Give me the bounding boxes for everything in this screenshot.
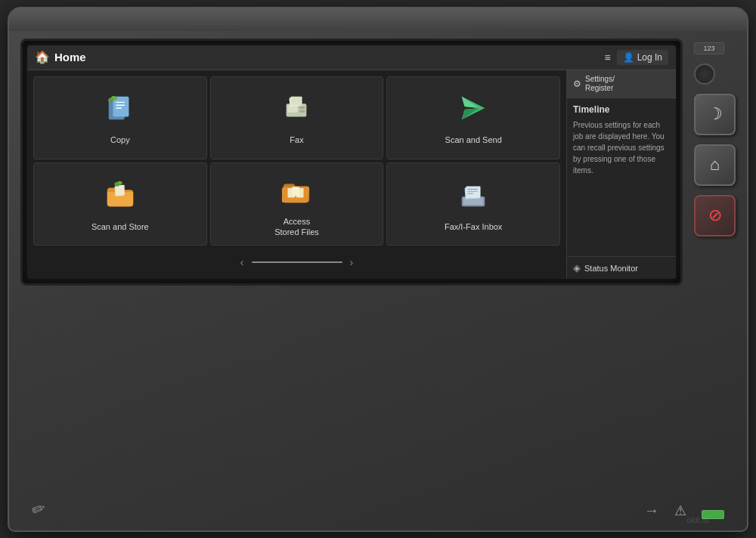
printer-body: 🏠 Home ≡ 👤 Log In <box>8 7 748 532</box>
home-title: Home <box>54 51 86 63</box>
grid-item-copy[interactable]: Copy <box>33 76 207 159</box>
nav-prev-arrow[interactable]: ‹ <box>240 256 244 268</box>
main-area: 🏠 Home ≡ 👤 Log In <box>9 31 747 294</box>
top-strip <box>9 8 747 31</box>
copy-icon <box>104 92 136 128</box>
timeline-title: Timeline <box>573 104 670 115</box>
screen-header: 🏠 Home ≡ 👤 Log In <box>27 45 676 70</box>
icon-grid: Copy <box>33 76 560 246</box>
status-monitor-button[interactable]: ◈ Status Monitor <box>567 256 676 279</box>
fax-label: Fax <box>290 134 303 145</box>
fax-icon <box>280 92 312 128</box>
svg-rect-14 <box>116 184 124 194</box>
stop-icon: ⊘ <box>708 206 722 225</box>
screen-content: Copy <box>27 70 676 280</box>
screen-sidebar: ⚙ Settings/Register Timeline Previous se… <box>566 70 676 280</box>
grid-item-fax[interactable]: Fax <box>210 76 384 159</box>
keypad-indicator: 123 <box>694 42 724 54</box>
svg-rect-9 <box>291 97 302 105</box>
main-grid-area: Copy <box>27 70 566 280</box>
settings-label: Settings/Register <box>585 75 615 93</box>
screen: 🏠 Home ≡ 👤 Log In <box>27 45 676 280</box>
bottom-arrow-icon: → <box>644 502 659 519</box>
login-icon: 👤 <box>623 52 634 63</box>
grid-item-fax-inbox[interactable]: Fax/I-Fax Inbox <box>386 162 560 246</box>
stop-button[interactable]: ⊘ <box>694 195 736 237</box>
svg-rect-19 <box>293 187 300 196</box>
fax-inbox-label: Fax/I-Fax Inbox <box>445 221 502 232</box>
bottom-area: ✏ → ⚠ <box>9 499 747 519</box>
nav-indicator <box>252 261 342 263</box>
pencil-icon: ✏ <box>29 497 48 521</box>
copy-label: Copy <box>110 134 130 145</box>
svg-rect-23 <box>466 186 481 197</box>
scan-store-label: Scan and Store <box>91 221 149 232</box>
login-section[interactable]: 👤 Log In <box>617 50 668 65</box>
grid-item-scan-store[interactable]: Scan and Store <box>33 162 207 246</box>
fax-inbox-icon <box>457 179 489 215</box>
nav-bar: ‹ › <box>33 252 560 273</box>
grid-item-access-stored[interactable]: Access Stored Files <box>210 162 384 246</box>
home-hw-icon: ⌂ <box>710 155 720 175</box>
timeline-text: Previous settings for each job are displ… <box>573 119 670 176</box>
settings-register-button[interactable]: ⚙ Settings/Register <box>567 70 676 98</box>
round-knob[interactable] <box>694 63 715 85</box>
home-button[interactable]: ⌂ <box>694 144 736 186</box>
access-stored-label: Access Stored Files <box>274 216 319 238</box>
sleep-button[interactable]: ☽ <box>694 94 736 135</box>
settings-gear-icon: ⚙ <box>573 79 581 89</box>
scan-send-label: Scan and Send <box>445 134 502 145</box>
svg-rect-6 <box>299 107 305 109</box>
nav-next-arrow[interactable]: › <box>350 256 354 268</box>
timeline-section: Timeline Previous settings for each job … <box>567 98 676 257</box>
screen-container: 🏠 Home ≡ 👤 Log In <box>20 39 683 286</box>
grid-item-scan-send[interactable]: Scan and Send <box>386 76 560 159</box>
bottom-right: → ⚠ <box>644 502 724 519</box>
status-monitor-icon: ◈ <box>573 262 581 274</box>
sleep-icon: ☽ <box>708 104 723 124</box>
login-text: Log In <box>637 52 662 63</box>
home-icon: 🏠 <box>35 50 50 64</box>
access-stored-icon <box>280 174 312 210</box>
scan-send-icon <box>457 92 489 128</box>
svg-rect-7 <box>299 110 305 113</box>
side-buttons-panel: 123 ☽ ⌂ ⊘ <box>694 39 736 237</box>
status-monitor-label: Status Monitor <box>584 264 638 273</box>
scan-store-icon <box>104 179 136 215</box>
home-section: 🏠 Home <box>35 50 598 64</box>
warning-icon: ⚠ <box>674 502 686 519</box>
menu-icon[interactable]: ≡ <box>598 51 616 63</box>
watermark: oldi.ru <box>686 515 709 524</box>
